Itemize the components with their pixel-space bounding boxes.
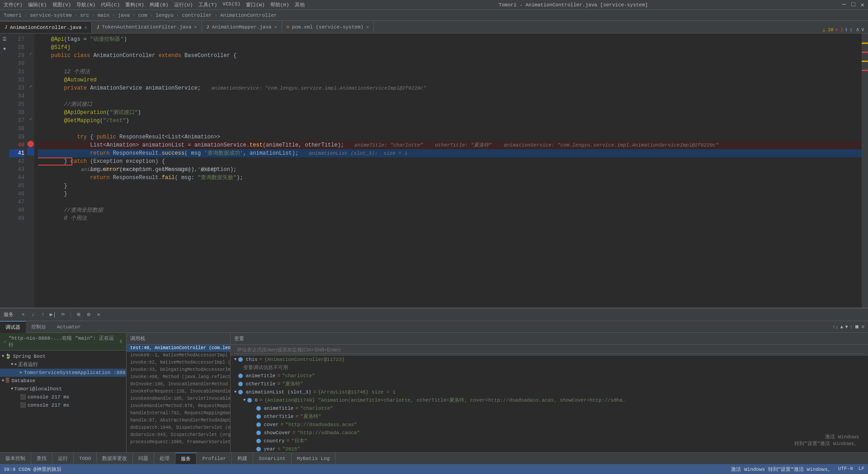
menu-vcs[interactable]: VCS(S) [222, 1, 241, 8]
btab-problems[interactable]: 问题 [133, 453, 154, 465]
menu-code[interactable]: 代码(C) [101, 1, 120, 8]
close-panel-button[interactable]: ✕ [94, 311, 103, 319]
collapse-icon[interactable]: ∨ [861, 26, 864, 33]
menu-edit[interactable]: 编辑(E) [28, 1, 47, 8]
step-over-button[interactable]: ↷ [19, 311, 27, 319]
error-count[interactable]: ⊗ 2 [835, 27, 843, 33]
tab-close-button4[interactable]: ✕ [366, 24, 369, 30]
expand-icon[interactable]: ∧ [856, 26, 859, 33]
tab-token-filter[interactable]: J TokenAuthenticationFilter.java ✕ [92, 21, 202, 33]
filter-button[interactable]: ⊞ [75, 311, 83, 319]
menu-help[interactable]: 帮助(H) [270, 1, 289, 8]
status-watermark[interactable]: 激活 Windows 转到"设置"激活 Windows。 [731, 466, 832, 473]
stack-frame-10[interactable]: handle:87, AbstractHandlerMethodAdapter … [127, 417, 230, 424]
menu-window[interactable]: 窗口(W) [246, 1, 265, 8]
tree-console1[interactable]: ⬛ console 217 ms [0, 393, 126, 401]
btab-mybatis[interactable]: MyBatis Log [292, 453, 336, 465]
code-editor[interactable]: @Api(tags = "动漫控制器") @Slf4j public class… [34, 33, 862, 308]
step-out-button[interactable]: ↑ [39, 311, 47, 319]
stack-frame-8[interactable]: invokeHandlerMethod:878, RequestMappingH… [127, 403, 230, 410]
bookmark-icon[interactable]: ☰ [1, 35, 8, 43]
debug-tab-console[interactable]: 控制台 [26, 321, 52, 333]
debug-toolbar-icon4[interactable]: ↑ [850, 324, 853, 330]
nav-src[interactable]: src [80, 13, 89, 18]
tab-pom[interactable]: m pom.xml (service-system) ✕ [282, 21, 374, 33]
eval-input[interactable] [234, 346, 864, 354]
nav-animationcontroller[interactable]: AnimationController [220, 13, 277, 18]
nav-com[interactable]: com [138, 13, 147, 18]
btab-todo[interactable]: TODO [74, 453, 97, 465]
minimize-button[interactable]: ─ [842, 1, 846, 9]
btab-version-control[interactable]: 版本控制 [0, 453, 31, 465]
btab-db-changes[interactable]: 数据库更改 [97, 453, 133, 465]
nav-lengyu[interactable]: lengyu [156, 13, 174, 18]
btab-sonarlint[interactable]: SonarLint [253, 453, 291, 465]
var-year[interactable]: ▶ year = "2015" [231, 445, 868, 452]
menu-tools[interactable]: 工具(T) [198, 1, 217, 8]
tab-animation-mapper[interactable]: J AnimationMapper.java ✕ [202, 21, 282, 33]
debug-tab-actuator[interactable]: Actuator [52, 321, 86, 333]
stack-frame-11[interactable]: doDispatch:1040, DispatcherServlet (org.… [127, 424, 230, 431]
stack-frame-2[interactable]: invoke:62, NativeMethodAccessorImpl (sun… [127, 359, 230, 366]
menu-file[interactable]: 文件(F) [4, 1, 23, 8]
var-showcovr[interactable]: ▶ showCover = "http://sdhada.casca" [231, 429, 868, 437]
var-othertitle[interactable]: ▶ otherTitle = "夏洛特" [231, 380, 868, 388]
stack-frame-1[interactable]: invoke0:-1, NativeMethodAccessorImpl (su… [127, 352, 230, 359]
window-controls[interactable]: ─ □ ✕ [842, 1, 864, 9]
tab-close-button3[interactable]: ✕ [274, 24, 277, 30]
step-into-button[interactable]: ↓ [29, 311, 37, 319]
tree-springboot[interactable]: ▼ 🍃 Spring Boot [0, 352, 126, 360]
menu-view[interactable]: 视图(V) [52, 1, 71, 8]
menu-nav[interactable]: 导航(N) [76, 1, 95, 8]
scroll-indicators[interactable] [862, 33, 868, 308]
nav-controller[interactable]: controller [182, 13, 212, 18]
info-count[interactable]: ℹ 1 [845, 27, 853, 33]
debug-tab-debugger[interactable]: 调试器 [0, 321, 26, 333]
tree-database[interactable]: ▼ 🗄 Database [0, 377, 126, 385]
maximize-button[interactable]: □ [851, 1, 855, 9]
btab-handle[interactable]: 处理 [154, 453, 175, 465]
debug-toolbar-icon5[interactable]: ⏹ [854, 324, 859, 330]
menu-run[interactable]: 运行(U) [174, 1, 193, 8]
var-animetitle-sub[interactable]: ▶ animeTitle = "charlotte" [231, 404, 868, 412]
stack-frame-5[interactable]: doInvoke:190, InvocableHandlerMethod (or… [127, 381, 230, 388]
status-encoding[interactable]: UTF-8 [838, 466, 853, 473]
tab-animation-controller[interactable]: J AnimationController.java ✕ [0, 21, 92, 33]
stack-frame-4[interactable]: invoke:498, Method (java.lang.reflect) [127, 374, 230, 381]
debug-toolbar-icon3[interactable]: ▼ [845, 324, 848, 330]
btab-find[interactable]: 查找 [31, 453, 52, 465]
var-country[interactable]: ▶ country = "日本" [231, 437, 868, 445]
btab-profiler[interactable]: Profiler [197, 453, 232, 465]
var-othertitle-sub[interactable]: ▶ otherTitle = "夏洛特" [231, 412, 868, 421]
debug-toolbar-icon1[interactable]: ↑↓ [832, 324, 838, 330]
stack-frame-13[interactable]: processRequest:1006, FrameworkServlet (o… [127, 439, 230, 446]
nav-main[interactable]: main [98, 13, 109, 18]
var-animetitle[interactable]: ▶ animeTitle = "charlotte" [231, 372, 868, 380]
status-line-ending[interactable]: LF [859, 466, 864, 473]
nav-tomori[interactable]: Tomori [4, 13, 22, 18]
nav-service-system[interactable]: service-system [30, 13, 71, 18]
breakpoint-icon[interactable]: ● [1, 45, 8, 52]
debug-toolbar-icon2[interactable]: ▲ [840, 324, 844, 330]
stack-frame-12[interactable]: doService:943, DispatcherServlet (org.sp… [127, 431, 230, 439]
tree-running[interactable]: ▼ ● 正在运行 [0, 360, 126, 369]
nav-java[interactable]: java [118, 13, 130, 18]
filter-icon[interactable]: ⊻ [119, 339, 123, 344]
menu-build[interactable]: 构建(B) [150, 1, 169, 8]
var-this[interactable]: ▼ this = {AnimationController@11723} [231, 356, 868, 364]
var-cover[interactable]: ▶ cover = "http://dsadsadass.acas" [231, 421, 868, 429]
var-animationlist[interactable]: ▼ animationList (slot_3) = {ArrayList@11… [231, 388, 868, 396]
tree-console2[interactable]: ⬛ console 217 ms [0, 401, 126, 409]
close-button[interactable]: ✕ [861, 1, 864, 9]
menu-other[interactable]: 其他 [295, 1, 305, 8]
var-animation-0[interactable]: ▼ 0 = {Animation@11749} "Animation(anime… [231, 396, 868, 404]
btab-build[interactable]: 构建 [232, 453, 253, 465]
debug-toolbar-icon6[interactable]: ≡ [861, 324, 864, 330]
tab-close-button2[interactable]: ✕ [194, 24, 197, 30]
stack-frame-7[interactable]: invokeAndHandle:105, ServletInvocableHan… [127, 395, 230, 403]
settings-icon[interactable]: ⚙ [85, 311, 93, 319]
run-to-cursor-button[interactable]: ▶| [49, 311, 57, 319]
warning-count[interactable]: △ 20 [822, 27, 833, 33]
tab-close-button[interactable]: ✕ [84, 25, 87, 30]
btab-service[interactable]: 服务 [175, 453, 197, 465]
